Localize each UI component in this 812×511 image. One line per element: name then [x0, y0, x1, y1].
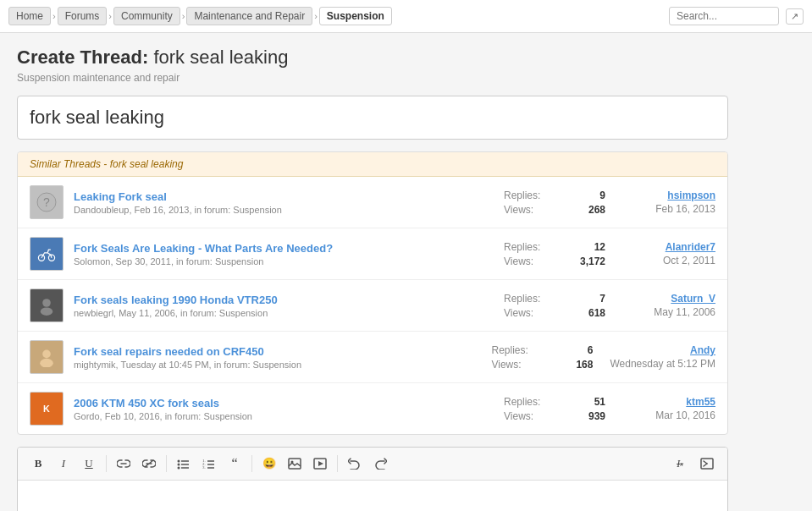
- thread-info: 2006 KTM 450 XC fork seals Gordo, Feb 10…: [74, 397, 504, 421]
- views-value: 618: [588, 307, 605, 319]
- breadcrumb-link-maintenance[interactable]: Maintenance and Repair: [186, 7, 312, 25]
- editor-body[interactable]: [18, 481, 727, 511]
- editor-toolbar: B I U 1.2.3. “ 😀: [18, 448, 727, 481]
- thread-user: Alanrider7 Oct 2, 2011: [622, 241, 715, 266]
- svg-point-6: [42, 299, 51, 307]
- link-button[interactable]: [112, 453, 135, 475]
- thread-user-link[interactable]: hsimpson: [622, 190, 715, 201]
- views-value: 268: [588, 204, 605, 216]
- views-value: 168: [576, 359, 593, 371]
- source-icon: [700, 458, 714, 470]
- tan-avatar-icon: [36, 347, 57, 367]
- link-icon: [117, 458, 130, 470]
- breadcrumb-item-home[interactable]: Home: [8, 7, 51, 25]
- redo-button[interactable]: [368, 453, 392, 475]
- views-value: 939: [588, 410, 605, 422]
- thread-info: Leaking Fork seal Dandoubleup, Feb 16, 2…: [74, 190, 504, 215]
- clear-format-button[interactable]: Ix: [668, 453, 692, 475]
- views-label: Views:: [504, 307, 533, 319]
- thread-user-link[interactable]: ktm55: [622, 396, 715, 408]
- stat-replies-row: Replies: 6: [491, 344, 593, 356]
- thread-meta: Solomon, Sep 30, 2011, in forum: Suspens…: [74, 256, 504, 266]
- orange-avatar-icon: K: [36, 398, 57, 419]
- breadcrumb-item-community[interactable]: Community: [113, 7, 180, 25]
- breadcrumb: Home › Forums › Community › Maintenance …: [8, 0, 669, 32]
- avatar: [30, 288, 64, 322]
- thread-user-link[interactable]: Alanrider7: [622, 241, 715, 253]
- thread-title-link[interactable]: Fork seal repairs needed on CRF450: [74, 345, 264, 358]
- thread-title-link[interactable]: Leaking Fork seal: [74, 190, 167, 203]
- breadcrumb-link-forums[interactable]: Forums: [58, 7, 108, 25]
- undo-button[interactable]: [343, 453, 367, 475]
- thread-info: Fork Seals Are Leaking - What Parts Are …: [74, 242, 504, 266]
- avatar: [30, 237, 64, 271]
- page-subtitle: Suspension maintenance and repair: [17, 72, 795, 84]
- thread-meta: mightymik, Tuesday at 10:45 PM, in forum…: [74, 360, 491, 370]
- replies-value: 12: [594, 241, 605, 253]
- replies-value: 9: [599, 190, 605, 201]
- breadcrumb-item-maintenance[interactable]: Maintenance and Repair: [186, 7, 312, 25]
- page-title-value: fork seal leaking: [153, 47, 288, 68]
- breadcrumb-item-forums[interactable]: Forums: [58, 7, 108, 25]
- thread-title-link[interactable]: Fork Seals Are Leaking - What Parts Are …: [74, 242, 333, 255]
- breadcrumb-arrow-1: ›: [52, 11, 56, 21]
- stat-replies-row: Replies: 9: [504, 190, 605, 201]
- thread-title-link[interactable]: Fork seals leaking 1990 Honda VTR250: [74, 294, 278, 306]
- editor-area: B I U 1.2.3. “ 😀: [17, 447, 728, 511]
- image-button[interactable]: [283, 453, 307, 475]
- thread-user-link[interactable]: Andy: [610, 344, 715, 356]
- thread-title-link[interactable]: 2006 KTM 450 XC fork seals: [74, 397, 219, 409]
- thread-user: hsimpson Feb 16, 2013: [622, 190, 715, 215]
- svg-point-7: [41, 307, 52, 316]
- views-label: Views:: [504, 410, 533, 422]
- underline-button[interactable]: U: [77, 453, 101, 475]
- thread-title-input[interactable]: fork seal leaking: [17, 96, 728, 140]
- unordered-list-icon: [177, 458, 191, 470]
- external-link-icon[interactable]: ↗: [786, 8, 804, 25]
- replies-label: Replies:: [504, 241, 540, 253]
- dark-avatar-icon: [36, 295, 57, 316]
- replies-value: 6: [588, 344, 594, 356]
- views-label: Views:: [504, 204, 533, 216]
- svg-point-15: [178, 464, 180, 466]
- thread-user: Andy Wednesday at 5:12 PM: [610, 344, 715, 370]
- quote-button[interactable]: “: [223, 453, 246, 475]
- thread-row: Fork seals leaking 1990 Honda VTR250 new…: [18, 280, 727, 332]
- svg-text:?: ?: [43, 195, 50, 209]
- thread-row: ? Leaking Fork seal Dandoubleup, Feb 16,…: [18, 177, 727, 228]
- search-input[interactable]: [669, 7, 779, 25]
- avatar: K: [30, 392, 64, 426]
- replies-label: Replies:: [504, 396, 540, 408]
- thread-stats: Replies: 51 Views: 939: [504, 396, 605, 422]
- ul-button[interactable]: [172, 453, 196, 475]
- italic-button[interactable]: I: [52, 453, 75, 475]
- breadcrumb-item-suspension[interactable]: Suspension: [319, 7, 392, 25]
- replies-label: Replies:: [504, 190, 540, 201]
- avatar: ?: [30, 185, 64, 219]
- bold-button[interactable]: B: [26, 453, 50, 475]
- svg-text:K: K: [43, 404, 50, 414]
- breadcrumb-link-home[interactable]: Home: [8, 7, 51, 25]
- thread-user-link[interactable]: Saturn_V: [622, 293, 715, 305]
- emoji-button[interactable]: 😀: [257, 453, 281, 475]
- source-button[interactable]: [695, 453, 719, 475]
- breadcrumb-link-community[interactable]: Community: [113, 7, 180, 25]
- breadcrumb-arrow-2: ›: [108, 11, 112, 21]
- breadcrumb-link-suspension[interactable]: Suspension: [319, 7, 392, 25]
- svg-point-9: [42, 350, 51, 359]
- breadcrumb-arrow-4: ›: [314, 11, 318, 21]
- svg-text:3.: 3.: [202, 465, 206, 470]
- thread-info: Fork seals leaking 1990 Honda VTR250 new…: [74, 294, 504, 318]
- similar-threads-header: Similar Threads - fork seal leaking: [18, 152, 727, 177]
- thread-stats: Replies: 12 Views: 3,172: [504, 241, 605, 267]
- toolbar-separator: [337, 455, 338, 472]
- unlink-button[interactable]: [137, 453, 161, 475]
- thread-user: ktm55 Mar 10, 2016: [622, 396, 715, 421]
- media-button[interactable]: [308, 453, 332, 475]
- views-label: Views:: [491, 359, 521, 371]
- question-icon: ?: [36, 192, 57, 212]
- toolbar-right: Ix: [668, 453, 719, 475]
- ol-button[interactable]: 1.2.3.: [197, 453, 221, 475]
- stat-views-row: Views: 618: [504, 307, 605, 319]
- avatar: [30, 340, 64, 374]
